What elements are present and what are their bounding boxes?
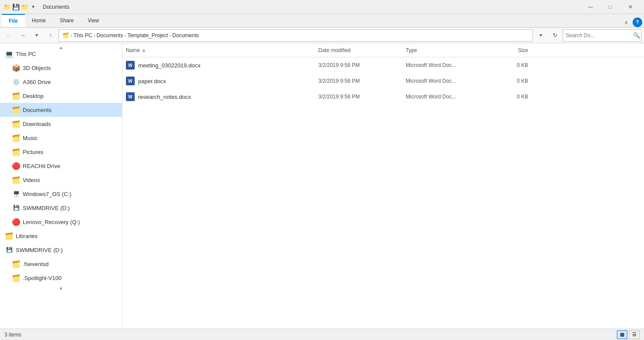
sidebar-item-libraries[interactable]: 🗂️ Libraries [0, 229, 122, 243]
file-name: meeting_03022019.docx [138, 62, 200, 69]
file-name: paper.docx [138, 78, 166, 84]
lenovo-q-icon: 🔴 [12, 218, 20, 226]
sidebar-item-downloads[interactable]: 🗂️ Downloads [0, 117, 122, 131]
tab-share[interactable]: Share [53, 14, 81, 27]
file-date: 3/2/2019 9:58 PM [318, 94, 406, 100]
address-bar: ← → ▼ ↑ 🗂️ › This PC › Documents › Templ… [0, 28, 644, 43]
sidebar-item-music[interactable]: 🗂️ Music [0, 131, 122, 145]
sidebar-label-desktop: Desktop [23, 93, 44, 99]
file-row[interactable]: W research_notes.docx 3/2/2019 9:58 PM M… [122, 89, 644, 105]
view-list-button[interactable]: ☰ [629, 330, 640, 339]
path-template-project[interactable]: Template_Project [127, 32, 168, 39]
sort-arrow-icon: ▲ [142, 48, 146, 53]
help-button[interactable]: ? [633, 18, 642, 27]
sidebar-label-swmm-d2: SWMMDRIVE (D:) [16, 247, 63, 253]
sidebar-item-swmm-d2[interactable]: 💾 SWMMDRIVE (D:) [0, 243, 122, 257]
col-header-size[interactable]: Size [484, 47, 528, 53]
sidebar-label-downloads: Downloads [23, 121, 51, 127]
status-view-controls: ▦ ☰ [617, 330, 640, 339]
ribbon-tabs-right: ∧ ? [622, 18, 642, 27]
sidebar-item-pictures[interactable]: 🗂️ Pictures [0, 145, 122, 159]
sidebar-item-desktop[interactable]: 🗂️ Desktop [0, 89, 122, 103]
sidebar-scroll-down[interactable]: ▼ [59, 286, 63, 291]
sidebar-item-reachit[interactable]: 🔴 REACHit Drive [0, 159, 122, 173]
sidebar-item-swmm-d[interactable]: 💾 SWMMDRIVE (D:) [0, 201, 122, 215]
close-button[interactable]: ✕ [620, 0, 641, 14]
save-icon-tb: 💾 [12, 4, 19, 11]
sidebar-item-spotlight[interactable]: 🗂️ .Spotlight-V100 [0, 271, 122, 285]
window-title: Documents [43, 4, 70, 10]
sidebar-label-lenovo-q: Lenovo_Recovery (Q:) [23, 219, 80, 225]
music-icon: 🗂️ [12, 134, 20, 142]
word-doc-icon: W [126, 92, 135, 101]
file-date: 3/2/2019 9:58 PM [318, 78, 406, 84]
file-size: 0 KB [484, 62, 528, 68]
sidebar-item-fseventsd[interactable]: 🗂️ .fseventsd [0, 257, 122, 271]
file-date: 3/2/2019 9:58 PM [318, 62, 406, 68]
ribbon-tabs-left: File Home Share View [2, 14, 106, 27]
desktop-icon: 🗂️ [12, 92, 20, 100]
sidebar-label-this-pc: This PC [16, 51, 36, 57]
sidebar-label-spotlight: .Spotlight-V100 [23, 275, 62, 281]
recent-locations-button[interactable]: ▼ [31, 29, 43, 42]
sidebar: ▲ 💻 This PC 📦 3D Objects 💿 A360 Drive 🗂️… [0, 43, 122, 329]
word-doc-icon: W [126, 77, 135, 85]
folder-icon-tb: 📁 [3, 4, 10, 11]
minimize-button[interactable]: — [580, 0, 600, 14]
word-doc-icon: W [126, 61, 135, 70]
videos-icon: 🗂️ [12, 176, 20, 184]
sidebar-item-lenovo-q[interactable]: 🔴 Lenovo_Recovery (Q:) [0, 215, 122, 229]
item-count: 3 items [4, 332, 21, 338]
refresh-button[interactable]: ↻ [549, 29, 561, 42]
sidebar-scroll-up[interactable]: ▲ [59, 45, 63, 47]
file-list: Name ▲ Date modified Type Size W meeting… [122, 43, 644, 329]
file-name-cell: W paper.docx [126, 77, 318, 85]
file-size: 0 KB [484, 78, 528, 84]
sidebar-label-pictures: Pictures [23, 149, 43, 155]
sidebar-label-videos: Videos [23, 177, 40, 183]
3d-objects-icon: 📦 [12, 64, 20, 72]
search-input[interactable] [566, 32, 631, 39]
libraries-icon: 🗂️ [5, 232, 13, 240]
swmm-d-icon: 💾 [12, 204, 20, 212]
pictures-icon: 🗂️ [12, 148, 20, 156]
file-type: Microsoft Word Doc... [406, 94, 484, 100]
maximize-button[interactable]: □ [600, 0, 620, 14]
sidebar-item-videos[interactable]: 🗂️ Videos [0, 173, 122, 187]
ribbon-tabs: File Home Share View ∧ ? [0, 14, 644, 27]
downloads-icon: 🗂️ [12, 120, 20, 128]
file-row[interactable]: W paper.docx 3/2/2019 9:58 PM Microsoft … [122, 73, 644, 89]
ribbon-collapse-icon[interactable]: ∧ [622, 18, 631, 26]
sidebar-label-swmm-d: SWMMDRIVE (D:) [23, 205, 70, 211]
folder2-icon-tb: 📁 [21, 4, 28, 11]
file-name-cell: W meeting_03022019.docx [126, 61, 318, 70]
sidebar-item-documents[interactable]: 🗂️ Documents [0, 103, 122, 117]
forward-button[interactable]: → [17, 29, 29, 42]
col-header-date[interactable]: Date modified [318, 47, 406, 53]
tab-view[interactable]: View [81, 14, 106, 27]
ribbon: File Home Share View ∧ ? [0, 14, 644, 28]
address-dropdown-button[interactable]: ▼ [535, 29, 547, 42]
back-button[interactable]: ← [3, 29, 15, 42]
file-name: research_notes.docx [138, 94, 191, 100]
tab-home[interactable]: Home [25, 14, 53, 27]
sidebar-label-a360-drive: A360 Drive [23, 79, 51, 85]
sidebar-label-fseventsd: .fseventsd [23, 261, 49, 267]
sidebar-item-a360-drive[interactable]: 💿 A360 Drive [0, 75, 122, 89]
path-folder-icon: 🗂️ [63, 32, 69, 39]
up-button[interactable]: ↑ [45, 29, 57, 42]
sidebar-item-windows-c[interactable]: 🖥️ Windows7_OS (C:) [0, 187, 122, 201]
address-path[interactable]: 🗂️ › This PC › Documents › Template_Proj… [59, 29, 533, 42]
dropdown-arrow-tb[interactable]: ▼ [30, 4, 37, 11]
col-header-type[interactable]: Type [406, 47, 484, 53]
file-row[interactable]: W meeting_03022019.docx 3/2/2019 9:58 PM… [122, 57, 644, 73]
path-documents-2[interactable]: Documents [172, 32, 199, 39]
view-details-button[interactable]: ▦ [617, 330, 627, 339]
title-bar: 📁 💾 📁 ▼ Documents — □ ✕ [0, 0, 644, 14]
path-documents[interactable]: Documents [97, 32, 123, 39]
tab-file[interactable]: File [2, 14, 25, 27]
sidebar-item-3d-objects[interactable]: 📦 3D Objects [0, 61, 122, 75]
path-this-pc[interactable]: This PC [73, 32, 92, 39]
search-box[interactable]: 🔍 [563, 29, 641, 42]
col-header-name[interactable]: Name ▲ [126, 47, 318, 53]
